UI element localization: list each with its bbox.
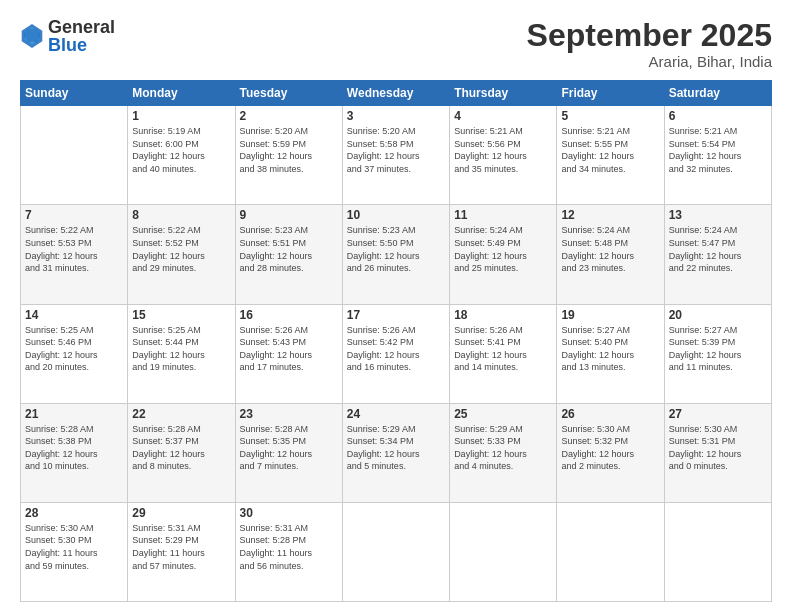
day-number: 25 [454,407,552,421]
calendar-cell [557,502,664,601]
day-number: 13 [669,208,767,222]
day-number: 12 [561,208,659,222]
calendar-cell: 10Sunrise: 5:23 AMSunset: 5:50 PMDayligh… [342,205,449,304]
day-number: 4 [454,109,552,123]
day-number: 20 [669,308,767,322]
day-info: Sunrise: 5:24 AMSunset: 5:47 PMDaylight:… [669,224,767,274]
day-number: 21 [25,407,123,421]
day-info: Sunrise: 5:23 AMSunset: 5:51 PMDaylight:… [240,224,338,274]
calendar-cell: 6Sunrise: 5:21 AMSunset: 5:54 PMDaylight… [664,106,771,205]
day-info: Sunrise: 5:22 AMSunset: 5:53 PMDaylight:… [25,224,123,274]
day-info: Sunrise: 5:28 AMSunset: 5:37 PMDaylight:… [132,423,230,473]
day-info: Sunrise: 5:28 AMSunset: 5:38 PMDaylight:… [25,423,123,473]
day-info: Sunrise: 5:31 AMSunset: 5:29 PMDaylight:… [132,522,230,572]
day-info: Sunrise: 5:26 AMSunset: 5:41 PMDaylight:… [454,324,552,374]
day-info: Sunrise: 5:31 AMSunset: 5:28 PMDaylight:… [240,522,338,572]
logo: General Blue [20,18,115,54]
day-number: 2 [240,109,338,123]
day-info: Sunrise: 5:20 AMSunset: 5:59 PMDaylight:… [240,125,338,175]
calendar-cell: 26Sunrise: 5:30 AMSunset: 5:32 PMDayligh… [557,403,664,502]
title-block: September 2025 Araria, Bihar, India [527,18,772,70]
logo-text: General Blue [48,18,115,54]
day-number: 26 [561,407,659,421]
calendar-cell: 18Sunrise: 5:26 AMSunset: 5:41 PMDayligh… [450,304,557,403]
calendar-cell [342,502,449,601]
calendar-cell: 1Sunrise: 5:19 AMSunset: 6:00 PMDaylight… [128,106,235,205]
day-info: Sunrise: 5:25 AMSunset: 5:46 PMDaylight:… [25,324,123,374]
day-info: Sunrise: 5:29 AMSunset: 5:33 PMDaylight:… [454,423,552,473]
day-number: 16 [240,308,338,322]
calendar-cell: 28Sunrise: 5:30 AMSunset: 5:30 PMDayligh… [21,502,128,601]
day-number: 9 [240,208,338,222]
day-number: 11 [454,208,552,222]
calendar-cell: 19Sunrise: 5:27 AMSunset: 5:40 PMDayligh… [557,304,664,403]
day-info: Sunrise: 5:30 AMSunset: 5:31 PMDaylight:… [669,423,767,473]
calendar-week-row: 14Sunrise: 5:25 AMSunset: 5:46 PMDayligh… [21,304,772,403]
day-info: Sunrise: 5:30 AMSunset: 5:30 PMDaylight:… [25,522,123,572]
day-number: 18 [454,308,552,322]
calendar-cell: 30Sunrise: 5:31 AMSunset: 5:28 PMDayligh… [235,502,342,601]
calendar-cell: 7Sunrise: 5:22 AMSunset: 5:53 PMDaylight… [21,205,128,304]
day-number: 1 [132,109,230,123]
calendar-cell: 16Sunrise: 5:26 AMSunset: 5:43 PMDayligh… [235,304,342,403]
day-number: 3 [347,109,445,123]
day-number: 30 [240,506,338,520]
calendar-day-header: Thursday [450,81,557,106]
day-info: Sunrise: 5:30 AMSunset: 5:32 PMDaylight:… [561,423,659,473]
logo-general: General [48,18,115,36]
logo-blue: Blue [48,36,115,54]
logo-icon [20,22,44,50]
calendar-day-header: Sunday [21,81,128,106]
day-info: Sunrise: 5:20 AMSunset: 5:58 PMDaylight:… [347,125,445,175]
calendar-cell: 25Sunrise: 5:29 AMSunset: 5:33 PMDayligh… [450,403,557,502]
calendar-cell: 3Sunrise: 5:20 AMSunset: 5:58 PMDaylight… [342,106,449,205]
calendar-cell [450,502,557,601]
calendar-day-header: Monday [128,81,235,106]
calendar-cell: 13Sunrise: 5:24 AMSunset: 5:47 PMDayligh… [664,205,771,304]
calendar-day-header: Tuesday [235,81,342,106]
day-info: Sunrise: 5:26 AMSunset: 5:43 PMDaylight:… [240,324,338,374]
day-number: 5 [561,109,659,123]
day-number: 28 [25,506,123,520]
calendar-week-row: 1Sunrise: 5:19 AMSunset: 6:00 PMDaylight… [21,106,772,205]
day-info: Sunrise: 5:28 AMSunset: 5:35 PMDaylight:… [240,423,338,473]
calendar-table: SundayMondayTuesdayWednesdayThursdayFrid… [20,80,772,602]
calendar-cell [21,106,128,205]
day-number: 29 [132,506,230,520]
day-number: 10 [347,208,445,222]
calendar-cell: 29Sunrise: 5:31 AMSunset: 5:29 PMDayligh… [128,502,235,601]
day-number: 23 [240,407,338,421]
calendar-cell: 9Sunrise: 5:23 AMSunset: 5:51 PMDaylight… [235,205,342,304]
calendar-cell: 5Sunrise: 5:21 AMSunset: 5:55 PMDaylight… [557,106,664,205]
calendar-cell: 15Sunrise: 5:25 AMSunset: 5:44 PMDayligh… [128,304,235,403]
day-info: Sunrise: 5:26 AMSunset: 5:42 PMDaylight:… [347,324,445,374]
calendar-cell: 8Sunrise: 5:22 AMSunset: 5:52 PMDaylight… [128,205,235,304]
calendar-day-header: Friday [557,81,664,106]
day-number: 8 [132,208,230,222]
calendar-cell: 14Sunrise: 5:25 AMSunset: 5:46 PMDayligh… [21,304,128,403]
day-number: 27 [669,407,767,421]
calendar-day-header: Saturday [664,81,771,106]
month-title: September 2025 [527,18,772,53]
day-info: Sunrise: 5:21 AMSunset: 5:55 PMDaylight:… [561,125,659,175]
day-info: Sunrise: 5:25 AMSunset: 5:44 PMDaylight:… [132,324,230,374]
location: Araria, Bihar, India [527,53,772,70]
day-number: 17 [347,308,445,322]
day-info: Sunrise: 5:29 AMSunset: 5:34 PMDaylight:… [347,423,445,473]
day-info: Sunrise: 5:24 AMSunset: 5:48 PMDaylight:… [561,224,659,274]
calendar-cell: 21Sunrise: 5:28 AMSunset: 5:38 PMDayligh… [21,403,128,502]
calendar-cell: 22Sunrise: 5:28 AMSunset: 5:37 PMDayligh… [128,403,235,502]
day-number: 15 [132,308,230,322]
day-number: 24 [347,407,445,421]
page: General Blue September 2025 Araria, Biha… [0,0,792,612]
day-number: 14 [25,308,123,322]
day-info: Sunrise: 5:27 AMSunset: 5:39 PMDaylight:… [669,324,767,374]
calendar-day-header: Wednesday [342,81,449,106]
header: General Blue September 2025 Araria, Biha… [20,18,772,70]
day-info: Sunrise: 5:21 AMSunset: 5:56 PMDaylight:… [454,125,552,175]
calendar-week-row: 21Sunrise: 5:28 AMSunset: 5:38 PMDayligh… [21,403,772,502]
day-info: Sunrise: 5:24 AMSunset: 5:49 PMDaylight:… [454,224,552,274]
calendar-cell: 24Sunrise: 5:29 AMSunset: 5:34 PMDayligh… [342,403,449,502]
day-number: 19 [561,308,659,322]
day-number: 6 [669,109,767,123]
